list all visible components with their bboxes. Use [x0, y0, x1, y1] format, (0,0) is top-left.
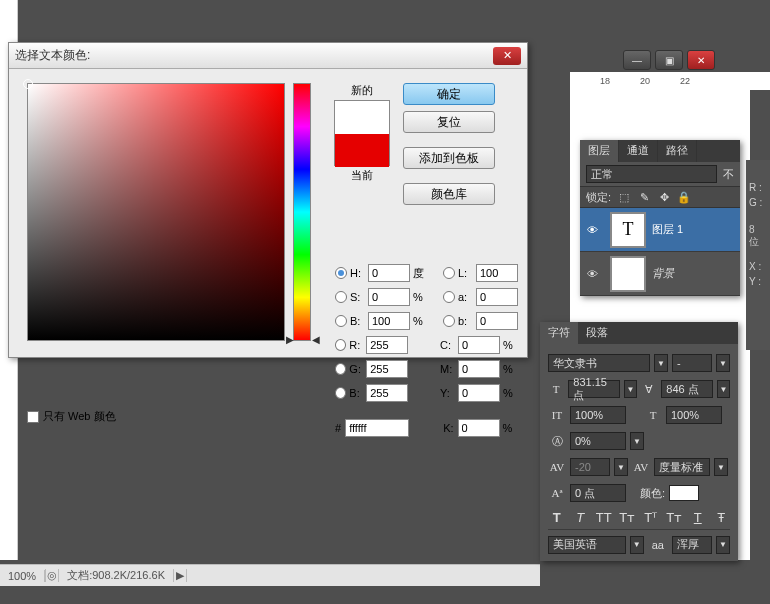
layer-name[interactable]: 图层 1 — [652, 222, 740, 237]
maximize-button[interactable]: ▣ — [655, 50, 683, 70]
dropdown-icon[interactable]: ▼ — [630, 432, 644, 450]
m-label: M: — [440, 363, 458, 375]
dialog-title: 选择文本颜色: — [15, 47, 90, 64]
s-input[interactable] — [368, 288, 410, 306]
hue-slider[interactable]: ▶◀ — [293, 83, 311, 341]
dropdown-icon[interactable]: ▼ — [624, 380, 637, 398]
status-icon[interactable]: ◎ — [45, 569, 59, 582]
font-family-select[interactable]: 华文隶书 — [548, 354, 650, 372]
c-label: C: — [440, 339, 458, 351]
layer-row[interactable]: 👁 背景 — [580, 252, 740, 296]
lab-b-label: b: — [458, 315, 476, 327]
dropdown-icon[interactable]: ▼ — [714, 458, 728, 476]
antialias-select[interactable]: 浑厚 — [672, 536, 712, 554]
font-style-select[interactable]: - — [672, 354, 712, 372]
strikethrough-button[interactable]: Ŧ — [713, 510, 731, 525]
k-input[interactable] — [458, 419, 500, 437]
dropdown-icon[interactable]: ▼ — [717, 380, 730, 398]
visibility-icon[interactable]: 👁 — [580, 224, 604, 236]
dialog-titlebar[interactable]: 选择文本颜色: ✕ — [9, 43, 527, 69]
metrics-select[interactable]: 度量标准 — [654, 458, 710, 476]
hscale-input[interactable]: 100% — [666, 406, 722, 424]
metrics-icon: AV — [632, 461, 650, 473]
ruler-mark: 20 — [640, 76, 650, 86]
font-size-input[interactable]: 831.15 点 — [568, 380, 620, 398]
h-radio[interactable] — [335, 267, 347, 279]
superscript-button[interactable]: Tᵀ — [642, 510, 660, 525]
l-radio[interactable] — [443, 267, 455, 279]
g-input[interactable] — [366, 360, 408, 378]
layer-row[interactable]: 👁 T 图层 1 — [580, 208, 740, 252]
lock-all-icon[interactable]: 🔒 — [677, 190, 691, 204]
smallcaps-button[interactable]: Tᴛ — [619, 510, 637, 525]
lock-paint-icon[interactable]: ✎ — [637, 190, 651, 204]
ok-button[interactable]: 确定 — [403, 83, 495, 105]
m-input[interactable] — [458, 360, 500, 378]
lock-transparency-icon[interactable]: ⬚ — [617, 190, 631, 204]
dropdown-icon[interactable]: ▼ — [716, 536, 730, 554]
c-unit: % — [503, 339, 521, 351]
dropdown-icon[interactable]: ▼ — [630, 536, 644, 554]
bb-radio[interactable] — [335, 387, 346, 399]
minimize-button[interactable]: — — [623, 50, 651, 70]
dropdown-icon[interactable]: ▼ — [654, 354, 668, 372]
s-radio[interactable] — [335, 291, 347, 303]
visibility-icon[interactable]: 👁 — [580, 268, 604, 280]
layer-thumbnail[interactable] — [610, 256, 646, 292]
l-input[interactable] — [476, 264, 518, 282]
g-radio[interactable] — [335, 363, 346, 375]
lock-position-icon[interactable]: ✥ — [657, 190, 671, 204]
color-library-button[interactable]: 颜色库 — [403, 183, 495, 205]
layer-thumbnail[interactable]: T — [610, 212, 646, 248]
l-label: L: — [458, 267, 476, 279]
lab-b-radio[interactable] — [443, 315, 455, 327]
subscript-button[interactable]: Tᴛ — [666, 510, 684, 525]
layer-name[interactable]: 背景 — [652, 266, 740, 281]
h-input[interactable] — [368, 264, 410, 282]
y-input[interactable] — [458, 384, 500, 402]
web-only-checkbox[interactable] — [27, 411, 39, 423]
s-label: S: — [350, 291, 368, 303]
blend-mode-select[interactable]: 正常 — [586, 165, 717, 183]
a-input[interactable] — [476, 288, 518, 306]
close-window-button[interactable]: ✕ — [687, 50, 715, 70]
status-arrow-icon[interactable]: ▶ — [173, 569, 187, 582]
bb-input[interactable] — [366, 384, 408, 402]
tab-channels[interactable]: 通道 — [619, 140, 658, 162]
text-color-swatch[interactable] — [669, 485, 699, 501]
tab-paragraph[interactable]: 段落 — [578, 322, 616, 344]
baseline-input[interactable]: 0 点 — [570, 484, 626, 502]
zoom-level[interactable]: 100% — [0, 570, 45, 582]
tab-paths[interactable]: 路径 — [658, 140, 697, 162]
tab-layers[interactable]: 图层 — [580, 140, 619, 162]
add-swatch-button[interactable]: 添加到色板 — [403, 147, 495, 169]
leading-input[interactable]: 846 点 — [661, 380, 713, 398]
hue-pointer[interactable]: ▶◀ — [286, 334, 320, 345]
status-bar: 100% ◎ 文档:908.2K/216.6K ▶ — [0, 564, 540, 586]
c-input[interactable] — [458, 336, 500, 354]
k-label: K: — [443, 422, 453, 434]
r-radio[interactable] — [335, 339, 346, 351]
italic-button[interactable]: T — [572, 510, 590, 525]
r-input[interactable] — [366, 336, 408, 354]
color-label: 颜色: — [640, 486, 665, 501]
kerning-input[interactable]: -20 — [570, 458, 610, 476]
hex-input[interactable] — [345, 419, 409, 437]
bold-button[interactable]: T — [548, 510, 566, 525]
sv-cursor[interactable] — [23, 79, 33, 89]
dropdown-icon[interactable]: ▼ — [614, 458, 628, 476]
lab-b-input[interactable] — [476, 312, 518, 330]
tracking-input[interactable]: 0% — [570, 432, 626, 450]
saturation-value-area[interactable] — [27, 83, 285, 341]
underline-button[interactable]: T — [689, 510, 707, 525]
dialog-close-button[interactable]: ✕ — [493, 47, 521, 65]
language-select[interactable]: 美国英语 — [548, 536, 626, 554]
a-radio[interactable] — [443, 291, 455, 303]
tab-character[interactable]: 字符 — [540, 322, 578, 344]
allcaps-button[interactable]: TT — [595, 510, 613, 525]
dropdown-icon[interactable]: ▼ — [716, 354, 730, 372]
b-input[interactable] — [368, 312, 410, 330]
reset-button[interactable]: 复位 — [403, 111, 495, 133]
b-radio[interactable] — [335, 315, 347, 327]
vscale-input[interactable]: 100% — [570, 406, 626, 424]
